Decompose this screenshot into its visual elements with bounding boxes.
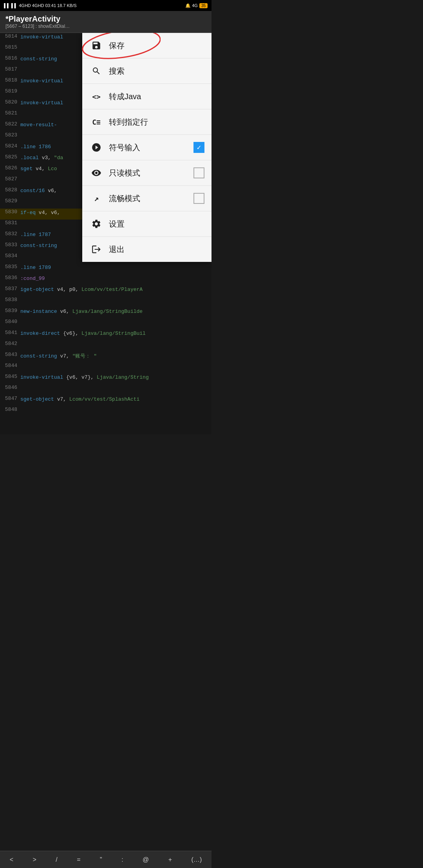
readonly-label: 只读模式 — [109, 168, 193, 178]
menu-item-exit[interactable]: 退出 — [82, 237, 212, 262]
symbol-input-checkbox[interactable] — [193, 142, 204, 153]
exit-icon — [89, 242, 103, 256]
settings-label: 设置 — [109, 219, 204, 229]
status-bar: ▌▌ ▌▌ 4GHD 4GHD 03:41 18.7 KB/S 🔔 4G 35 — [0, 0, 212, 11]
status-right: 🔔 4G 35 — [185, 3, 208, 8]
symbol-input-label: 符号输入 — [109, 142, 193, 153]
dropdown-menu: 保存 搜索 <> 转成Java C≡ 转到指定行 — [82, 33, 212, 262]
search-icon — [89, 64, 103, 78]
save-icon — [89, 38, 103, 53]
goto-line-icon: C≡ — [89, 115, 103, 129]
to-java-label: 转成Java — [109, 91, 204, 102]
menu-item-smooth[interactable]: ↗ 流畅模式 — [82, 186, 212, 211]
smooth-label: 流畅模式 — [109, 193, 193, 204]
battery: 35 — [199, 3, 208, 8]
exit-label: 退出 — [109, 244, 204, 255]
symbol-input-icon — [89, 140, 103, 154]
smooth-icon: ↗ — [89, 191, 103, 205]
menu-item-settings[interactable]: 设置 — [82, 211, 212, 237]
menu-item-to-java[interactable]: <> 转成Java — [82, 84, 212, 109]
readonly-checkbox[interactable] — [193, 167, 204, 178]
menu-item-goto-line[interactable]: C≡ 转到指定行 — [82, 109, 212, 135]
network-type: 🔔 4G — [185, 3, 198, 8]
status-left: ▌▌ ▌▌ 4GHD 4GHD 03:41 18.7 KB/S — [4, 3, 77, 8]
time: 4GHD 4GHD 03:41 18.7 KB/S — [19, 3, 76, 8]
dropdown-overlay: 保存 搜索 <> 转成Java C≡ 转到指定行 — [0, 33, 212, 434]
code-area: 5814invoke-virtual 5815 5816const-string… — [0, 33, 212, 434]
search-label: 搜索 — [109, 66, 204, 76]
settings-icon — [89, 217, 103, 231]
menu-item-save[interactable]: 保存 — [82, 33, 212, 58]
save-label: 保存 — [109, 40, 204, 51]
file-title: *PlayerActivity — [5, 15, 70, 24]
menu-item-readonly[interactable]: 只读模式 — [82, 160, 212, 186]
to-java-icon: <> — [89, 89, 103, 104]
menu-item-search[interactable]: 搜索 — [82, 58, 212, 84]
signal-icons: ▌▌ ▌▌ — [4, 3, 17, 8]
menu-item-symbol-input[interactable]: 符号输入 — [82, 135, 212, 160]
file-subtitle: [5667 – 6123] : showExitDial… — [5, 24, 70, 29]
goto-line-label: 转到指定行 — [109, 117, 204, 127]
smooth-checkbox[interactable] — [193, 193, 204, 204]
header: *PlayerActivity [5667 – 6123] : showExit… — [0, 11, 212, 33]
readonly-icon — [89, 166, 103, 180]
